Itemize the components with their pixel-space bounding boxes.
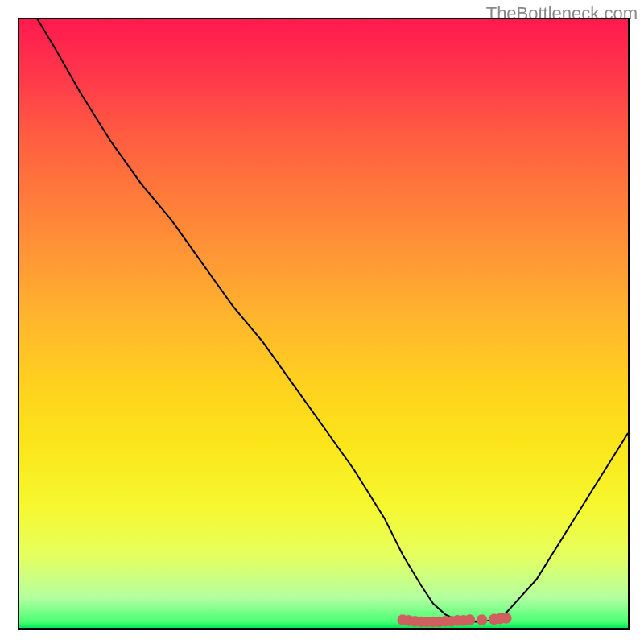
optimal-dot (477, 614, 488, 625)
optimal-markers (397, 613, 511, 627)
optimal-dot (464, 614, 476, 625)
chart-container: TheBottleneck.com (0, 0, 644, 644)
plot-area (18, 18, 630, 630)
curve-svg (19, 19, 628, 628)
bottleneck-curve (19, 19, 628, 621)
optimal-dot (501, 613, 512, 624)
